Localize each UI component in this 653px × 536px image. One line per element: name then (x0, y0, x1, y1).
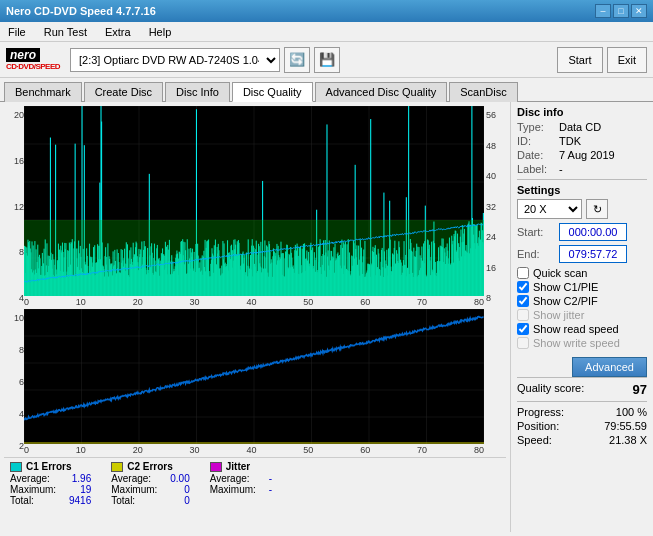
show-c1pie-label: Show C1/PIE (533, 281, 598, 293)
bottom-chart-canvas (24, 309, 484, 444)
x-label-70: 70 (417, 297, 427, 307)
sidebar: Disc info Type: Data CD ID: TDK Date: 7 … (510, 102, 653, 532)
speed-row: 20 X ↻ (517, 199, 647, 219)
progress-row: Progress: 100 % (517, 406, 647, 418)
c2-stats: Average: 0.00 Maximum: 0 Total: 0 (111, 473, 189, 506)
y2-label-32: 32 (486, 202, 504, 212)
window-controls: – □ ✕ (595, 4, 647, 18)
c1-color-box (10, 462, 22, 472)
tab-benchmark[interactable]: Benchmark (4, 82, 82, 102)
x-label-0: 0 (24, 297, 29, 307)
x-label-80: 80 (474, 297, 484, 307)
jitter-color-box (210, 462, 222, 472)
legend-area: C1 Errors Average: 1.96 Maximum: 19 Tota… (4, 457, 506, 509)
y2-label-56: 56 (486, 110, 504, 120)
menu-bar: File Run Test Extra Help (0, 22, 653, 42)
show-c1pie-row: Show C1/PIE (517, 281, 647, 293)
y-label-4: 4 (4, 293, 24, 303)
settings-title: Settings (517, 184, 647, 196)
quick-scan-label: Quick scan (533, 267, 587, 279)
c1-label: C1 Errors (26, 461, 72, 472)
position-value: 79:55.59 (604, 420, 647, 432)
show-write-speed-row: Show write speed (517, 337, 647, 349)
start-time-input[interactable] (559, 223, 627, 241)
jitter-max-label: Maximum: (210, 484, 265, 495)
x-label-50: 50 (303, 297, 313, 307)
show-jitter-row: Show jitter (517, 309, 647, 321)
position-label: Position: (517, 420, 559, 432)
show-read-speed-label: Show read speed (533, 323, 619, 335)
speed-select[interactable]: 20 X (517, 199, 582, 219)
jitter-max-val: - (269, 484, 272, 495)
quality-score-label: Quality score: (517, 382, 584, 397)
nero-logo-sub: CD·DVD/SPEED (6, 62, 60, 71)
app-title: Nero CD-DVD Speed 4.7.7.16 (6, 5, 156, 17)
quick-scan-checkbox[interactable] (517, 267, 529, 279)
position-row: Position: 79:55.59 (517, 420, 647, 432)
y3-label-2: 2 (4, 441, 24, 451)
c1-max-label: Maximum: (10, 484, 65, 495)
disc-date-row: Date: 7 Aug 2019 (517, 149, 647, 161)
progress-section: Progress: 100 % Position: 79:55.59 Speed… (517, 406, 647, 446)
maximize-button[interactable]: □ (613, 4, 629, 18)
exit-button[interactable]: Exit (607, 47, 647, 73)
x-label-20: 20 (133, 297, 143, 307)
c2-label: C2 Errors (127, 461, 173, 472)
show-write-speed-checkbox[interactable] (517, 337, 529, 349)
menu-file[interactable]: File (4, 24, 30, 40)
menu-help[interactable]: Help (145, 24, 176, 40)
x2-label-50: 50 (303, 445, 313, 455)
y-label-20: 20 (4, 110, 24, 120)
y2-label-40: 40 (486, 171, 504, 181)
menu-extra[interactable]: Extra (101, 24, 135, 40)
show-c1pie-checkbox[interactable] (517, 281, 529, 293)
c2-color-box (111, 462, 123, 472)
drive-select[interactable]: [2:3] Optiarc DVD RW AD-7240S 1.04 (70, 48, 280, 72)
c1-avg-label: Average: (10, 473, 65, 484)
y2-label-16: 16 (486, 263, 504, 273)
tab-disc-quality[interactable]: Disc Quality (232, 82, 313, 102)
show-read-speed-row: Show read speed (517, 323, 647, 335)
y2-label-8: 8 (486, 293, 504, 303)
c2-avg-val: 0.00 (170, 473, 189, 484)
settings-refresh-btn[interactable]: ↻ (586, 199, 608, 219)
top-chart-canvas (24, 106, 484, 296)
start-button[interactable]: Start (557, 47, 602, 73)
end-time-row: End: (517, 245, 647, 263)
quick-scan-row: Quick scan (517, 267, 647, 279)
menu-run-test[interactable]: Run Test (40, 24, 91, 40)
jitter-avg-val: - (269, 473, 272, 484)
x-label-60: 60 (360, 297, 370, 307)
y3-label-6: 6 (4, 377, 24, 387)
disc-type-value: Data CD (559, 121, 601, 133)
tab-advanced-disc-quality[interactable]: Advanced Disc Quality (315, 82, 448, 102)
minimize-button[interactable]: – (595, 4, 611, 18)
tab-scandisc[interactable]: ScanDisc (449, 82, 517, 102)
legend-jitter: Jitter Average: - Maximum: - (210, 461, 272, 506)
disc-id-label: ID: (517, 135, 555, 147)
refresh-button[interactable]: 🔄 (284, 47, 310, 73)
tab-disc-info[interactable]: Disc Info (165, 82, 230, 102)
c1-avg-val: 1.96 (69, 473, 91, 484)
show-read-speed-checkbox[interactable] (517, 323, 529, 335)
y2-label-48: 48 (486, 141, 504, 151)
c2-total-val: 0 (170, 495, 189, 506)
tab-create-disc[interactable]: Create Disc (84, 82, 163, 102)
c2-total-label: Total: (111, 495, 166, 506)
end-time-input[interactable] (559, 245, 627, 263)
jitter-stats: Average: - Maximum: - (210, 473, 272, 495)
show-c2pif-checkbox[interactable] (517, 295, 529, 307)
legend-c1: C1 Errors Average: 1.96 Maximum: 19 Tota… (10, 461, 91, 506)
tab-bar: Benchmark Create Disc Disc Info Disc Qua… (0, 78, 653, 102)
c2-max-val: 0 (170, 484, 189, 495)
quality-score-value: 97 (633, 382, 647, 397)
disc-id-value: TDK (559, 135, 581, 147)
save-button[interactable]: 💾 (314, 47, 340, 73)
x-label-40: 40 (246, 297, 256, 307)
show-jitter-checkbox[interactable] (517, 309, 529, 321)
speed-value: 21.38 X (609, 434, 647, 446)
advanced-button[interactable]: Advanced (572, 357, 647, 377)
close-button[interactable]: ✕ (631, 4, 647, 18)
y2-label-24: 24 (486, 232, 504, 242)
divider-2 (517, 377, 647, 378)
